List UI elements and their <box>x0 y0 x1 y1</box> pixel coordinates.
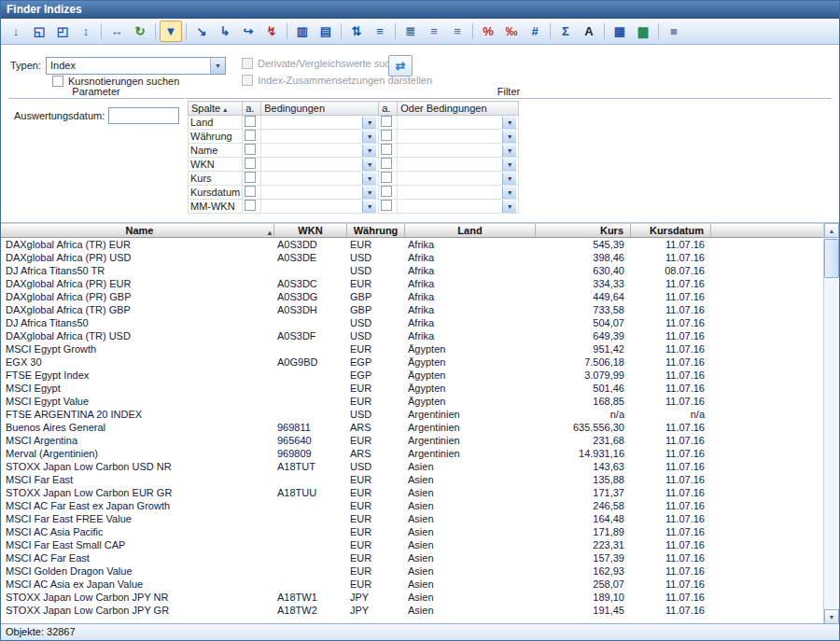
align-right-icon[interactable]: ≡ <box>446 21 469 42</box>
zusammensetzung-checkbox[interactable] <box>242 75 253 86</box>
fit-height-icon[interactable]: ↕ <box>75 21 97 42</box>
jump-icon[interactable]: ↪ <box>237 21 259 42</box>
table-row[interactable]: MSCI Egypt ValueEURÄgypten168,8511.07.16 <box>1 395 839 408</box>
filter-or-active-checkbox[interactable] <box>381 158 392 169</box>
refresh-icon[interactable]: ↻ <box>129 21 151 42</box>
table-row[interactable]: DAXglobal Africa (TR) GBPA0S3DHGBPAfrika… <box>1 303 839 316</box>
table-row[interactable]: STOXX Japan Low Carbon USD NRA18TUTUSDAs… <box>1 460 839 473</box>
window-restore-icon[interactable]: ◱ <box>28 21 50 42</box>
filter-condition-combo[interactable]: ▼ <box>263 173 376 185</box>
filter-icon[interactable]: ▼ <box>160 21 182 42</box>
fit-width-icon[interactable]: ↔ <box>105 21 128 42</box>
column-header-wkn[interactable]: WKN <box>274 223 347 238</box>
filter-header-a[interactable]: a. <box>379 102 398 116</box>
group-rows-icon[interactable]: ≡ <box>369 21 391 42</box>
goto-detail-icon[interactable]: ↘ <box>190 21 213 42</box>
chart-view-icon[interactable]: ▆ <box>632 21 654 42</box>
filter-or-active-checkbox[interactable] <box>381 116 392 127</box>
vertical-scrollbar[interactable]: ▲ ▼ <box>823 223 839 624</box>
column-header-waehrung[interactable]: Währung <box>347 223 405 238</box>
table-row[interactable]: Buenos Aires General969811ARSArgentinien… <box>1 421 839 434</box>
percent-icon[interactable]: % <box>477 21 499 42</box>
filter-header-a[interactable]: a. <box>243 102 261 116</box>
filter-or-condition-combo[interactable]: ▼ <box>399 145 516 157</box>
filter-condition-combo[interactable]: ▼ <box>263 131 376 143</box>
table-row[interactable]: DAXglobal Africa (PR) EURA0S3DCEURAfrika… <box>1 277 839 290</box>
table-row[interactable]: EGX 30A0G9BDEGPÄgypten7.506,1811.07.16 <box>1 355 839 369</box>
filter-header-oder-bedingungen[interactable]: Oder Bedingungen <box>398 102 519 116</box>
table-row[interactable]: MSCI AC Far East ex Japan GrowthEURAsien… <box>1 499 839 512</box>
filter-or-condition-combo[interactable]: ▼ <box>399 201 516 213</box>
table-row[interactable]: Merval (Argentinien)969809ARSArgentinien… <box>1 447 839 460</box>
table-row[interactable]: STOXX Japan Low Carbon JPY NRA18TW1JPYAs… <box>1 591 839 604</box>
filter-or-active-checkbox[interactable] <box>381 172 392 183</box>
filter-condition-combo[interactable]: ▼ <box>263 201 376 213</box>
table-row[interactable]: MSCI Golden Dragon ValueEURAsien162,9311… <box>1 564 839 578</box>
scroll-thumb[interactable] <box>824 239 839 278</box>
scroll-down-button[interactable]: ▼ <box>824 609 839 624</box>
table-row[interactable]: MSCI Far East Small CAPEURAsien223,3111.… <box>1 538 839 551</box>
table-row[interactable]: MSCI Argentina965640EURArgentinien231,68… <box>1 434 839 447</box>
column-header-name[interactable]: Name▴ <box>1 223 274 238</box>
table-row[interactable]: STOXX Japan Low Carbon EUR GRA18TUUEURAs… <box>1 486 839 499</box>
scroll-up-button[interactable]: ▲ <box>824 223 839 238</box>
table-row[interactable]: MSCI EgyptEURÄgypten501,4611.07.16 <box>1 382 839 395</box>
filter-or-active-checkbox[interactable] <box>381 130 392 141</box>
stop-icon[interactable]: ■ <box>663 21 685 42</box>
table-row[interactable]: DAXglobal Africa (PR) USDA0S3DEUSDAfrika… <box>1 251 839 264</box>
insert-link-icon[interactable]: ↳ <box>214 21 236 42</box>
export-icon[interactable]: ↓ <box>5 21 27 42</box>
table-row[interactable]: FTSE ARGENTINA 20 INDEXUSDArgentinienn/a… <box>1 408 839 421</box>
filter-and-active-checkbox[interactable] <box>245 116 256 127</box>
column-header-kurs[interactable]: Kurs <box>536 223 631 238</box>
search-refresh-button[interactable]: ⇄ <box>388 55 413 77</box>
table-row[interactable]: MSCI Far EastEURAsien135,8811.07.16 <box>1 473 839 486</box>
typen-select[interactable]: Index ▼ <box>46 57 226 75</box>
filter-condition-combo[interactable]: ▼ <box>263 117 376 129</box>
chart-table-icon[interactable]: ▤ <box>315 21 337 42</box>
filter-or-active-checkbox[interactable] <box>381 144 392 155</box>
filter-or-active-checkbox[interactable] <box>381 186 392 197</box>
filter-and-active-checkbox[interactable] <box>245 144 256 155</box>
table-row[interactable]: STOXX Japan Low Carbon JPY GRA18TW2JPYAs… <box>1 604 839 617</box>
align-center-icon[interactable]: ≡ <box>423 21 445 42</box>
filter-or-condition-combo[interactable]: ▼ <box>399 173 516 185</box>
table-row[interactable]: FTSE Egypt IndexEGPÄgypten3.079,9911.07.… <box>1 369 839 382</box>
derivate-checkbox[interactable] <box>242 58 253 69</box>
align-left-icon[interactable]: ≣ <box>399 21 422 42</box>
filter-and-active-checkbox[interactable] <box>245 158 256 169</box>
filter-or-condition-combo[interactable]: ▼ <box>399 117 516 129</box>
filter-condition-combo[interactable]: ▼ <box>263 159 376 171</box>
auswertungsdatum-input[interactable] <box>108 107 179 124</box>
filter-and-active-checkbox[interactable] <box>245 172 256 183</box>
sort-icon[interactable]: ⇅ <box>345 21 368 42</box>
table-row[interactable]: MSCI Far East FREE ValueEURAsien164,4811… <box>1 512 839 525</box>
filter-or-condition-combo[interactable]: ▼ <box>399 187 516 199</box>
chart-trend-icon[interactable]: ↯ <box>260 21 283 42</box>
table-row[interactable]: DAXglobal Africa (TR) USDA0S3DFUSDAfrika… <box>1 329 839 342</box>
table-row[interactable]: DAXglobal Africa (PR) GBPA0S3DGGBPAfrika… <box>1 290 839 303</box>
table-row[interactable]: MSCI Egypt GrowthEURÄgypten951,4211.07.1… <box>1 342 839 355</box>
table-row[interactable]: MSCI AC Asia PacificEURAsien171,8911.07.… <box>1 525 839 538</box>
filter-header-spalte[interactable]: Spalte▴ <box>189 102 243 116</box>
window-maximize-icon[interactable]: ◰ <box>51 21 74 42</box>
window-titlebar[interactable]: Finder Indizes <box>1 1 839 19</box>
filter-condition-combo[interactable]: ▼ <box>263 145 376 157</box>
column-header-land[interactable]: Land <box>405 223 536 238</box>
number-format-icon[interactable]: # <box>524 21 546 42</box>
sum-icon[interactable]: Σ <box>554 21 577 42</box>
table-view-icon[interactable]: ▦ <box>609 21 631 42</box>
filter-and-active-checkbox[interactable] <box>245 200 256 211</box>
column-header-kursdatum[interactable]: Kursdatum <box>631 223 711 238</box>
filter-header-bedingungen[interactable]: Bedingungen <box>261 102 379 116</box>
permille-icon[interactable]: ‰ <box>500 21 523 42</box>
table-row[interactable]: MSCI AC Far EastEURAsien157,3911.07.16 <box>1 551 839 564</box>
filter-and-active-checkbox[interactable] <box>245 130 256 141</box>
table-row[interactable]: MSCI AC Asia ex Japan ValueEURAsien258,0… <box>1 578 839 591</box>
chart-analyse-icon[interactable]: ▥ <box>291 21 314 42</box>
filter-or-condition-combo[interactable]: ▼ <box>399 159 516 171</box>
table-row[interactable]: DAXglobal Africa (TR) EURA0S3DDEURAfrika… <box>1 238 839 251</box>
filter-and-active-checkbox[interactable] <box>245 186 256 197</box>
font-icon[interactable]: A <box>578 21 600 42</box>
table-row[interactable]: DJ Africa Titans50 TRUSDAfrika630,4008.0… <box>1 264 839 277</box>
